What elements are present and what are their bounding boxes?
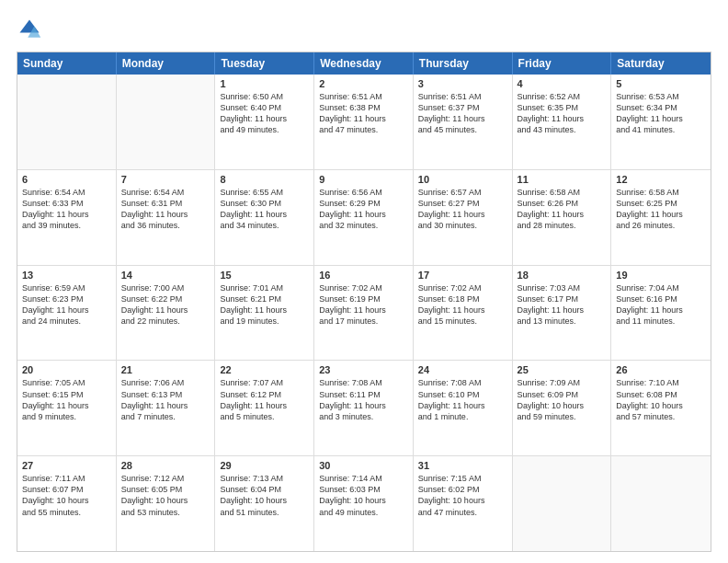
cell-info: Sunrise: 7:02 AMSunset: 6:18 PMDaylight:… xyxy=(418,282,507,327)
calendar-row-3: 13Sunrise: 6:59 AMSunset: 6:23 PMDayligh… xyxy=(17,266,711,362)
day-number: 10 xyxy=(418,174,507,185)
cell-info: Sunrise: 6:54 AMSunset: 6:33 PMDaylight:… xyxy=(22,187,111,232)
cell-info: Sunrise: 6:56 AMSunset: 6:29 PMDaylight:… xyxy=(319,187,408,232)
weekday-header-monday: Monday xyxy=(117,52,216,75)
cell-info: Sunrise: 7:01 AMSunset: 6:21 PMDaylight:… xyxy=(220,282,309,327)
cell-info: Sunrise: 6:51 AMSunset: 6:37 PMDaylight:… xyxy=(418,91,507,136)
cell-info: Sunrise: 6:52 AMSunset: 6:35 PMDaylight:… xyxy=(518,91,607,136)
cell-info: Sunrise: 7:00 AMSunset: 6:22 PMDaylight:… xyxy=(121,282,210,327)
day-cell-13: 13Sunrise: 6:59 AMSunset: 6:23 PMDayligh… xyxy=(17,266,117,361)
day-cell-14: 14Sunrise: 7:00 AMSunset: 6:22 PMDayligh… xyxy=(117,266,216,361)
day-number: 16 xyxy=(319,270,408,281)
cell-info: Sunrise: 6:55 AMSunset: 6:30 PMDaylight:… xyxy=(220,187,309,232)
day-cell-8: 8Sunrise: 6:55 AMSunset: 6:30 PMDaylight… xyxy=(215,170,314,265)
header xyxy=(17,17,711,42)
weekday-header-wednesday: Wednesday xyxy=(314,52,414,75)
day-cell-24: 24Sunrise: 7:08 AMSunset: 6:10 PMDayligh… xyxy=(414,361,513,455)
day-cell-23: 23Sunrise: 7:08 AMSunset: 6:11 PMDayligh… xyxy=(314,361,414,455)
cell-info: Sunrise: 7:11 AMSunset: 6:07 PMDaylight:… xyxy=(22,473,111,518)
day-number: 19 xyxy=(616,270,706,281)
day-number: 25 xyxy=(518,364,607,375)
day-cell-16: 16Sunrise: 7:02 AMSunset: 6:19 PMDayligh… xyxy=(314,266,414,361)
calendar-row-1: 1Sunrise: 6:50 AMSunset: 6:40 PMDaylight… xyxy=(17,75,711,170)
calendar-body: 1Sunrise: 6:50 AMSunset: 6:40 PMDaylight… xyxy=(17,75,711,551)
day-cell-28: 28Sunrise: 7:12 AMSunset: 6:05 PMDayligh… xyxy=(117,456,216,551)
cell-info: Sunrise: 6:59 AMSunset: 6:23 PMDaylight:… xyxy=(22,282,111,327)
day-number: 28 xyxy=(121,460,210,471)
day-number: 12 xyxy=(616,174,706,185)
empty-cell xyxy=(117,75,216,169)
day-cell-30: 30Sunrise: 7:14 AMSunset: 6:03 PMDayligh… xyxy=(314,456,414,551)
day-number: 29 xyxy=(220,460,309,471)
day-number: 31 xyxy=(418,460,507,471)
day-number: 26 xyxy=(616,364,706,375)
day-number: 6 xyxy=(22,174,111,185)
day-cell-31: 31Sunrise: 7:15 AMSunset: 6:02 PMDayligh… xyxy=(414,456,513,551)
cell-info: Sunrise: 7:09 AMSunset: 6:09 PMDaylight:… xyxy=(518,377,607,422)
day-cell-5: 5Sunrise: 6:53 AMSunset: 6:34 PMDaylight… xyxy=(611,75,711,169)
day-cell-4: 4Sunrise: 6:52 AMSunset: 6:35 PMDaylight… xyxy=(513,75,612,169)
day-cell-22: 22Sunrise: 7:07 AMSunset: 6:12 PMDayligh… xyxy=(215,361,314,455)
cell-info: Sunrise: 7:08 AMSunset: 6:11 PMDaylight:… xyxy=(319,377,408,422)
weekday-header-saturday: Saturday xyxy=(611,52,711,75)
day-cell-12: 12Sunrise: 6:58 AMSunset: 6:25 PMDayligh… xyxy=(611,170,711,265)
cell-info: Sunrise: 7:12 AMSunset: 6:05 PMDaylight:… xyxy=(121,473,210,518)
day-cell-6: 6Sunrise: 6:54 AMSunset: 6:33 PMDaylight… xyxy=(17,170,117,265)
day-number: 1 xyxy=(220,78,309,89)
empty-cell xyxy=(611,456,711,551)
day-cell-3: 3Sunrise: 6:51 AMSunset: 6:37 PMDaylight… xyxy=(414,75,513,169)
day-number: 9 xyxy=(319,174,408,185)
weekday-header-friday: Friday xyxy=(513,52,612,75)
logo-icon xyxy=(17,17,42,42)
calendar-row-4: 20Sunrise: 7:05 AMSunset: 6:15 PMDayligh… xyxy=(17,361,711,456)
weekday-header-sunday: Sunday xyxy=(17,52,117,75)
day-number: 18 xyxy=(518,270,607,281)
calendar: SundayMondayTuesdayWednesdayThursdayFrid… xyxy=(17,52,711,552)
cell-info: Sunrise: 6:50 AMSunset: 6:40 PMDaylight:… xyxy=(220,91,309,136)
day-number: 8 xyxy=(220,174,309,185)
day-cell-11: 11Sunrise: 6:58 AMSunset: 6:26 PMDayligh… xyxy=(513,170,612,265)
day-cell-17: 17Sunrise: 7:02 AMSunset: 6:18 PMDayligh… xyxy=(414,266,513,361)
day-number: 3 xyxy=(418,78,507,89)
day-number: 14 xyxy=(121,270,210,281)
cell-info: Sunrise: 6:54 AMSunset: 6:31 PMDaylight:… xyxy=(121,187,210,232)
day-cell-20: 20Sunrise: 7:05 AMSunset: 6:15 PMDayligh… xyxy=(17,361,117,455)
day-number: 20 xyxy=(22,364,111,375)
cell-info: Sunrise: 7:07 AMSunset: 6:12 PMDaylight:… xyxy=(220,377,309,422)
empty-cell xyxy=(513,456,612,551)
day-cell-18: 18Sunrise: 7:03 AMSunset: 6:17 PMDayligh… xyxy=(513,266,612,361)
cell-info: Sunrise: 7:10 AMSunset: 6:08 PMDaylight:… xyxy=(616,377,706,422)
day-number: 13 xyxy=(22,270,111,281)
day-number: 23 xyxy=(319,364,408,375)
day-number: 24 xyxy=(418,364,507,375)
cell-info: Sunrise: 7:05 AMSunset: 6:15 PMDaylight:… xyxy=(22,377,111,422)
cell-info: Sunrise: 7:13 AMSunset: 6:04 PMDaylight:… xyxy=(220,473,309,518)
cell-info: Sunrise: 6:58 AMSunset: 6:25 PMDaylight:… xyxy=(616,187,706,232)
calendar-row-5: 27Sunrise: 7:11 AMSunset: 6:07 PMDayligh… xyxy=(17,456,711,551)
cell-info: Sunrise: 7:03 AMSunset: 6:17 PMDaylight:… xyxy=(518,282,607,327)
logo xyxy=(17,17,46,42)
empty-cell xyxy=(17,75,117,169)
day-number: 11 xyxy=(518,174,607,185)
calendar-header: SundayMondayTuesdayWednesdayThursdayFrid… xyxy=(17,52,711,75)
day-number: 2 xyxy=(319,78,408,89)
cell-info: Sunrise: 6:57 AMSunset: 6:27 PMDaylight:… xyxy=(418,187,507,232)
weekday-header-thursday: Thursday xyxy=(414,52,513,75)
day-number: 15 xyxy=(220,270,309,281)
cell-info: Sunrise: 7:14 AMSunset: 6:03 PMDaylight:… xyxy=(319,473,408,518)
day-number: 5 xyxy=(616,78,706,89)
day-number: 21 xyxy=(121,364,210,375)
day-cell-15: 15Sunrise: 7:01 AMSunset: 6:21 PMDayligh… xyxy=(215,266,314,361)
cell-info: Sunrise: 7:02 AMSunset: 6:19 PMDaylight:… xyxy=(319,282,408,327)
day-cell-1: 1Sunrise: 6:50 AMSunset: 6:40 PMDaylight… xyxy=(215,75,314,169)
day-cell-21: 21Sunrise: 7:06 AMSunset: 6:13 PMDayligh… xyxy=(117,361,216,455)
cell-info: Sunrise: 7:04 AMSunset: 6:16 PMDaylight:… xyxy=(616,282,706,327)
day-number: 30 xyxy=(319,460,408,471)
day-number: 27 xyxy=(22,460,111,471)
cell-info: Sunrise: 7:06 AMSunset: 6:13 PMDaylight:… xyxy=(121,377,210,422)
day-number: 4 xyxy=(518,78,607,89)
cell-info: Sunrise: 6:58 AMSunset: 6:26 PMDaylight:… xyxy=(518,187,607,232)
day-cell-7: 7Sunrise: 6:54 AMSunset: 6:31 PMDaylight… xyxy=(117,170,216,265)
weekday-header-tuesday: Tuesday xyxy=(215,52,314,75)
day-cell-9: 9Sunrise: 6:56 AMSunset: 6:29 PMDaylight… xyxy=(314,170,414,265)
